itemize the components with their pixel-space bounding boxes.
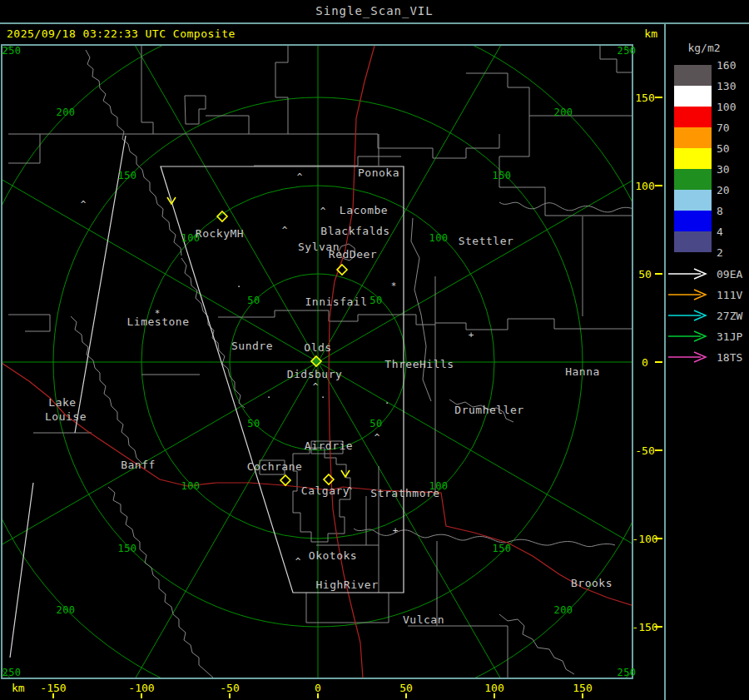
radar-app-window: Single_Scan_VIL 2025/09/18 03:22:33 UTC … bbox=[0, 0, 749, 700]
map-canvas[interactable] bbox=[2, 45, 632, 678]
legend-unit-label: kg/m2 bbox=[666, 42, 742, 54]
